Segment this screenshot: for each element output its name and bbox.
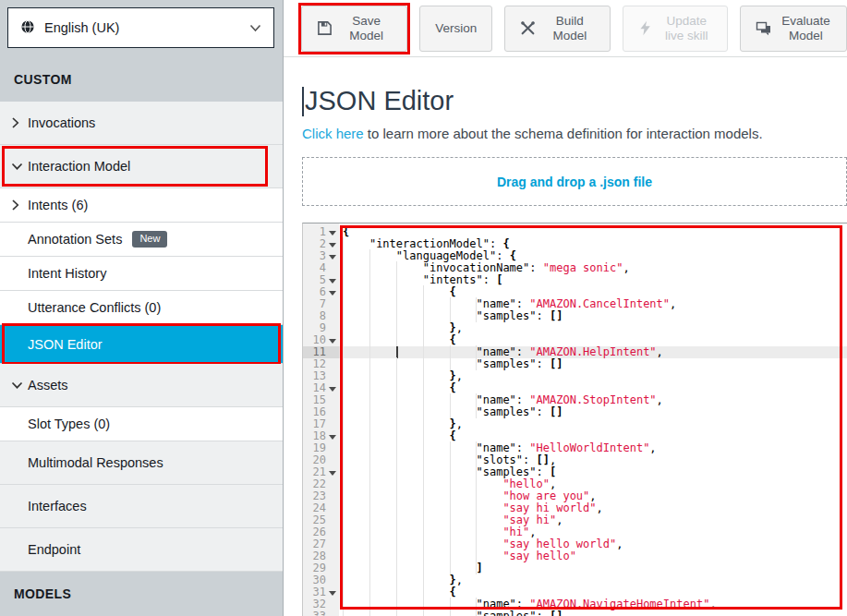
sidebar-item-label: Interaction Model <box>28 159 130 174</box>
fold-arrow-icon[interactable] <box>329 339 336 344</box>
globe-icon <box>20 19 35 37</box>
sidebar-nav: InvocationsInteraction ModelIntents (6)A… <box>0 102 283 572</box>
version-button[interactable]: Version <box>419 6 492 52</box>
evaluate-model-button[interactable]: Evaluate Model <box>740 6 847 52</box>
sidebar-item-utterance-conflicts-0[interactable]: Utterance Conflicts (0) <box>0 291 283 325</box>
button-label: Version <box>435 21 477 36</box>
fold-arrow-icon[interactable] <box>329 243 336 248</box>
schema-help-text: Click here to learn more about the schem… <box>302 126 847 141</box>
fold-arrow-icon[interactable] <box>329 387 336 392</box>
page-title: JSON Editor <box>302 86 847 116</box>
language-selector-label: English (UK) <box>44 20 119 35</box>
build-model-button[interactable]: Build Model <box>504 6 611 52</box>
sidebar-item-interfaces[interactable]: Interfaces <box>0 485 283 528</box>
lightning-icon <box>638 20 652 36</box>
sidebar-item-label: Utterance Conflicts (0) <box>28 300 161 315</box>
editor-gutter: 1234567891011121314151617181920212223242… <box>303 223 339 616</box>
sidebar-item-label: Slot Types (0) <box>28 417 110 431</box>
sidebar-item-endpoint[interactable]: Endpoint <box>0 528 283 572</box>
fold-arrow-icon[interactable] <box>329 435 336 440</box>
button-label: Evaluate Model <box>780 14 831 42</box>
dropzone-label: Drag and drop a .json file <box>497 175 652 189</box>
build-icon <box>520 20 536 36</box>
sidebar-item-label: Intent History <box>28 266 106 281</box>
sidebar-item-label: Invocations <box>28 115 95 130</box>
toolbar: Save ModelVersionBuild ModelUpdate live … <box>284 0 847 57</box>
code-area[interactable]: { "interactionModel": { "languageModel":… <box>339 223 847 616</box>
chevron-down-icon <box>11 163 23 171</box>
content: JSON Editor Click here to learn more abo… <box>284 57 847 616</box>
json-dropzone[interactable]: Drag and drop a .json file <box>302 157 847 206</box>
button-label: Update live skill <box>660 14 711 42</box>
sidebar: English (UK) CUSTOM InvocationsInteracti… <box>0 0 284 616</box>
chevron-down-icon <box>11 381 23 390</box>
button-label: Save Model <box>341 14 392 42</box>
save-model-button[interactable]: Save Model <box>301 6 407 52</box>
button-label: Build Model <box>544 14 595 42</box>
fold-arrow-icon[interactable] <box>329 291 336 296</box>
sidebar-item-intents-6[interactable]: Intents (6) <box>0 188 283 223</box>
sidebar-item-assets[interactable]: Assets <box>0 364 283 407</box>
fold-arrow-icon[interactable] <box>329 231 336 236</box>
sidebar-item-label: Endpoint <box>28 542 80 557</box>
sidebar-item-invocations[interactable]: Invocations <box>0 102 283 145</box>
fold-arrow-icon[interactable] <box>329 279 336 284</box>
sidebar-item-label: Assets <box>28 378 68 393</box>
update-live-skill-button: Update live skill <box>623 6 727 52</box>
language-selector[interactable]: English (UK) <box>7 7 274 48</box>
fold-arrow-icon[interactable] <box>329 255 336 260</box>
section-header-models: MODELS <box>0 572 283 616</box>
section-header-custom: CUSTOM <box>0 57 283 102</box>
sidebar-item-label: JSON Editor <box>28 337 103 352</box>
fold-arrow-icon[interactable] <box>329 471 336 476</box>
sidebar-item-interaction-model[interactable]: Interaction Model <box>0 145 283 188</box>
new-badge: New <box>132 231 167 248</box>
chat-icon <box>756 21 772 36</box>
sidebar-item-slot-types-0[interactable]: Slot Types (0) <box>0 407 283 441</box>
sidebar-item-json-editor[interactable]: JSON Editor <box>0 325 283 364</box>
language-selector-wrap: English (UK) <box>0 0 283 57</box>
text-caret <box>302 87 304 116</box>
save-icon <box>317 20 333 36</box>
line-number: 33 <box>303 610 339 616</box>
sidebar-item-multimodal-responses[interactable]: Multimodal Responses <box>0 441 283 485</box>
click-here-link[interactable]: Click here <box>302 126 364 141</box>
json-code-editor[interactable]: 1234567891011121314151617181920212223242… <box>302 223 847 616</box>
fold-arrow-icon[interactable] <box>329 591 336 596</box>
sidebar-item-label: Multimodal Responses <box>28 455 163 470</box>
chevron-right-icon <box>11 117 19 129</box>
chevron-down-icon <box>249 20 261 35</box>
main-panel: Save ModelVersionBuild ModelUpdate live … <box>284 0 847 616</box>
sidebar-item-annotation-sets[interactable]: Annotation SetsNew <box>0 223 283 257</box>
sidebar-item-label: Intents (6) <box>28 198 88 212</box>
sidebar-item-intent-history[interactable]: Intent History <box>0 257 283 291</box>
code-line[interactable]: "samples": [] <box>339 610 847 616</box>
sidebar-item-label: Annotation Sets <box>28 232 122 247</box>
chevron-right-icon <box>11 199 19 211</box>
sidebar-item-label: Interfaces <box>28 499 87 513</box>
